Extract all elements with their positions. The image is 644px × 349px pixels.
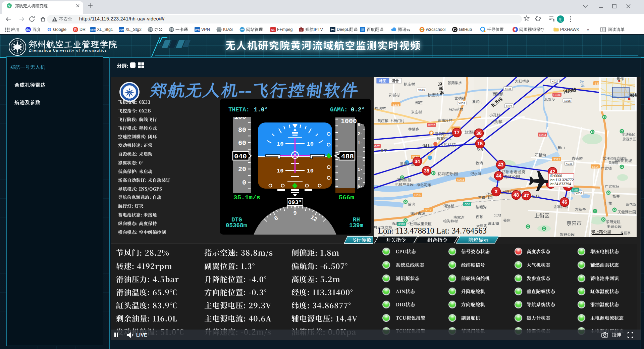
svg-text:G207: G207: [374, 145, 380, 148]
svg-text:34: 34: [415, 159, 420, 164]
svg-text:Lon: 113.478810 Lat: 34.764563: Lon: 113.478810 Lat: 34.764563: [378, 226, 487, 235]
svg-text:GAMA:: GAMA:: [330, 106, 348, 113]
svg-text:X027: X027: [552, 80, 558, 83]
svg-text:05368m: 05368m: [226, 222, 247, 229]
svg-text:36: 36: [476, 131, 482, 136]
svg-text:6-: 6-: [358, 184, 363, 189]
svg-text:139m: 139m: [349, 222, 363, 229]
svg-text:G207: G207: [428, 123, 435, 127]
svg-text:1.0°: 1.0°: [254, 106, 268, 113]
svg-text:47: 47: [524, 193, 529, 198]
svg-text:1000: 1000: [341, 117, 357, 125]
svg-text:X025: X025: [564, 99, 571, 102]
svg-text:80: 80: [238, 126, 246, 134]
svg-text:44: 44: [496, 173, 501, 179]
svg-text:G30: G30: [465, 203, 470, 206]
svg-text:093°: 093°: [288, 199, 302, 206]
svg-text:S234: S234: [458, 178, 464, 182]
svg-text:3: 3: [495, 189, 497, 194]
svg-text:46: 46: [562, 199, 567, 205]
svg-text:1-: 1-: [358, 141, 363, 146]
svg-text:X036: X036: [566, 162, 573, 165]
svg-text:15: 15: [477, 141, 483, 146]
svg-text:10: 10: [277, 141, 283, 147]
svg-text:lon:113.326772: lon:113.326772: [550, 178, 574, 182]
svg-text:60: 60: [238, 139, 246, 147]
svg-text:G30: G30: [572, 188, 578, 192]
svg-text:G234: G234: [553, 93, 560, 97]
svg-text:S314: S314: [592, 165, 599, 168]
svg-text:S235: S235: [415, 193, 421, 197]
svg-text:ID:0060: ID:0060: [550, 174, 562, 178]
svg-text:0: 0: [242, 179, 246, 187]
svg-text:1-: 1-: [358, 167, 363, 172]
svg-text:20: 20: [238, 165, 246, 173]
svg-text:2-: 2-: [358, 132, 363, 137]
svg-text:6-: 6-: [358, 122, 363, 128]
svg-text:0.2°: 0.2°: [351, 106, 365, 113]
svg-text:10: 10: [277, 168, 283, 174]
svg-text:48: 48: [514, 192, 519, 198]
svg-text:17: 17: [454, 130, 460, 135]
svg-text:43: 43: [498, 162, 503, 167]
svg-text:488: 488: [341, 153, 354, 160]
svg-text:G310: G310: [398, 222, 405, 226]
svg-text:X021: X021: [506, 104, 513, 108]
svg-text:10: 10: [307, 168, 314, 174]
svg-text:X032: X032: [459, 102, 465, 105]
svg-text:35: 35: [424, 168, 429, 173]
svg-text:S236: S236: [393, 103, 399, 106]
svg-text:X034: X034: [576, 192, 582, 195]
svg-text:G234: G234: [539, 133, 546, 137]
svg-text:10: 10: [307, 141, 314, 147]
svg-text:THETA:: THETA:: [228, 106, 250, 113]
svg-text:X034: X034: [505, 87, 512, 91]
svg-text:566m: 566m: [339, 194, 354, 201]
svg-text:lat:34.873794: lat:34.873794: [550, 182, 571, 186]
svg-text:040: 040: [234, 153, 247, 160]
svg-text:2-: 2-: [358, 176, 363, 181]
svg-text:S312: S312: [553, 158, 560, 161]
svg-text:9: 9: [293, 210, 297, 216]
svg-text:35.1m/s: 35.1m/s: [233, 194, 260, 201]
svg-text:X029: X029: [418, 89, 425, 92]
svg-text:S312: S312: [425, 208, 432, 212]
